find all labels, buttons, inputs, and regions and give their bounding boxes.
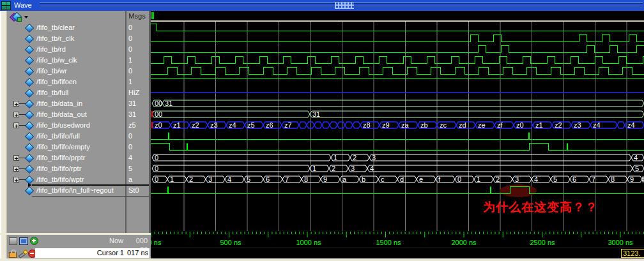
cursor-value-box[interactable]: 017 ns: [126, 248, 150, 258]
timeline-origin-marker: [151, 12, 154, 19]
signal-names-panel[interactable]: /fifo_tb/clear/fifo_tb/r_clk/fifo_tb/rd/…: [7, 11, 125, 233]
svg-text:2: 2: [353, 154, 356, 161]
filter-square-green: [17, 17, 22, 22]
wave-pane-icon[interactable]: [19, 237, 28, 245]
signal-value: St0: [126, 185, 149, 196]
signal-row[interactable]: /fifo_tb/r_clk: [7, 33, 125, 44]
signal-name[interactable]: /fifo_tb/fifoen: [36, 78, 77, 86]
svg-text:z2: z2: [555, 121, 562, 129]
signal-value: 0: [126, 66, 149, 77]
cursor-properties-icon[interactable]: [19, 250, 26, 258]
signal-row[interactable]: /fifo_tb/rd: [7, 44, 125, 55]
insert-cursor-icon[interactable]: [30, 237, 38, 245]
expand-icon[interactable]: +: [13, 177, 19, 183]
signal-values-panel: Msgs 000101HiZ3131z50045aSt0: [126, 11, 149, 233]
svg-text:b: b: [362, 175, 365, 183]
wave-header[interactable]: [151, 11, 644, 22]
signal-row[interactable]: +/fifo_tb/data_out: [7, 109, 125, 120]
svg-text:3: 3: [515, 175, 519, 183]
signal-name[interactable]: /fifo_tb/usedword: [36, 121, 90, 129]
signal-name[interactable]: /fifo_tb/fifo/full: [36, 132, 80, 140]
signal-name[interactable]: /fifo_tb/fifo/prptr: [36, 154, 85, 161]
signal-diamond-icon: [25, 89, 34, 98]
signal-name[interactable]: /fifo_tb/fifo/rptr: [36, 165, 81, 172]
svg-text:0: 0: [155, 165, 158, 172]
svg-text:00: 00: [155, 100, 162, 107]
signal-row[interactable]: /fifo_tb/full: [7, 87, 125, 98]
signal-row[interactable]: /fifo_tb/w_clk: [7, 55, 125, 66]
expand-icon[interactable]: +: [13, 101, 19, 107]
window-title: Wave: [14, 1, 32, 9]
svg-text:500 ns: 500 ns: [220, 239, 241, 246]
signal-row[interactable]: /fifo_tb/fifo/empty: [7, 142, 125, 153]
signals-filter-icon[interactable]: [11, 13, 30, 21]
svg-text:ze: ze: [478, 121, 486, 129]
svg-text:8: 8: [611, 175, 615, 183]
signal-name[interactable]: /fifo_tb/full: [36, 89, 68, 96]
signal-name[interactable]: /fifo_tb/fifo/empty: [36, 143, 90, 151]
svg-text:c: c: [381, 175, 385, 183]
cursor-name-box[interactable]: Cursor 1: [35, 248, 126, 258]
svg-text:00: 00: [155, 110, 162, 118]
signal-row[interactable]: +/fifo_tb/usedword: [7, 120, 125, 131]
signal-row[interactable]: +/fifo_tb/fifo/rptr: [7, 163, 125, 174]
signal-name[interactable]: /fifo_tb/r_clk: [36, 34, 74, 42]
svg-text:8: 8: [304, 175, 308, 183]
svg-text:2: 2: [496, 175, 500, 183]
signal-name[interactable]: /fifo_tb/clear: [36, 24, 75, 31]
signal-row[interactable]: /fifo_tb/fifo/\n_full~regout: [7, 185, 125, 196]
svg-text:5: 5: [635, 165, 639, 172]
expand-icon[interactable]: +: [13, 155, 19, 161]
signal-diamond-icon: [25, 56, 34, 65]
signal-name[interactable]: /fifo_tb/wr: [36, 67, 67, 75]
signal-diamond-icon: [25, 67, 34, 76]
signal-name[interactable]: /fifo_tb/w_clk: [36, 56, 77, 64]
signal-value: 31: [126, 98, 149, 109]
svg-text:z7: z7: [284, 121, 292, 129]
signal-row[interactable]: /fifo_tb/wr: [7, 66, 125, 77]
expand-icon[interactable]: +: [13, 112, 19, 117]
signal-row[interactable]: /fifo_tb/fifoen: [7, 77, 125, 87]
svg-text:1: 1: [170, 175, 174, 183]
cursor-readout[interactable]: 3123.: [621, 249, 644, 258]
cursor-track[interactable]: 3123.: [151, 248, 644, 259]
signal-name[interactable]: /fifo_tb/fifo/\n_full~regout: [36, 186, 114, 194]
svg-text:3: 3: [351, 165, 355, 172]
signal-diamond-icon: [25, 154, 34, 163]
svg-text:zf: zf: [497, 121, 503, 129]
expand-icon[interactable]: +: [13, 123, 19, 128]
signal-name[interactable]: /fifo_tb/data_in: [36, 100, 82, 107]
expand-icon[interactable]: +: [13, 166, 19, 172]
signal-value: 0: [126, 142, 149, 153]
lock-cursor-icon[interactable]: [9, 252, 17, 258]
signal-row[interactable]: +/fifo_tb/fifo/prptr: [7, 153, 125, 163]
titlebar-grip-dots[interactable]: [335, 2, 354, 9]
signal-row[interactable]: /fifo_tb/fifo/full: [7, 131, 125, 142]
annotation-text: 为什么在这变高？？: [483, 199, 624, 216]
insert-marker-line: [32, 184, 149, 186]
svg-text:6: 6: [266, 175, 270, 183]
svg-text:9: 9: [630, 175, 634, 183]
svg-text:1500 ns: 1500 ns: [376, 239, 401, 246]
svg-text:z4: z4: [229, 121, 236, 129]
svg-text:za: za: [401, 121, 410, 129]
svg-text:z6: z6: [266, 121, 273, 129]
column-divider[interactable]: [125, 11, 126, 258]
now-label: Now: [45, 237, 123, 244]
signal-name[interactable]: /fifo_tb/fifo/wptr: [36, 175, 84, 183]
bottom-frame-strip: [0, 258, 644, 261]
signal-row[interactable]: /fifo_tb/clear: [7, 22, 125, 33]
signal-name[interactable]: /fifo_tb/data_out: [36, 110, 87, 118]
edit-mode-icon[interactable]: [9, 237, 17, 245]
svg-text:e: e: [419, 175, 423, 183]
timeline-ruler[interactable]: 0 ns500 ns1000 ns1500 ns2000 ns2500 ns30…: [151, 231, 644, 248]
svg-text:z0: z0: [516, 121, 524, 129]
signal-row[interactable]: +/fifo_tb/fifo/wptr: [7, 174, 125, 185]
signal-row[interactable]: +/fifo_tb/data_in: [7, 98, 125, 109]
svg-text:zd: zd: [459, 121, 466, 129]
svg-text:3: 3: [208, 175, 212, 183]
svg-text:0: 0: [457, 175, 461, 183]
signal-name[interactable]: /fifo_tb/rd: [36, 45, 66, 53]
signal-value: 31: [126, 109, 149, 120]
titlebar[interactable]: Wave: [0, 0, 644, 11]
